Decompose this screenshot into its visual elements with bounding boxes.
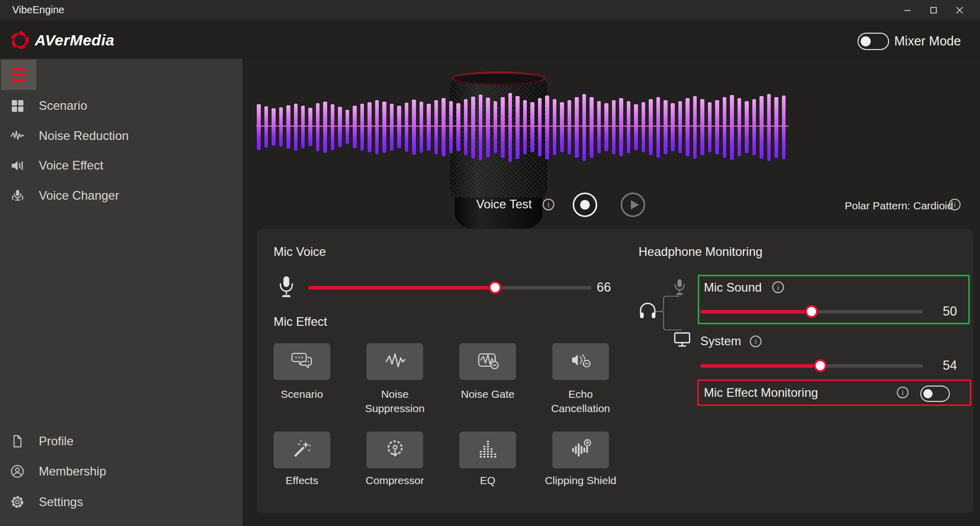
mic-effect-monitoring-toggle[interactable] — [920, 386, 950, 402]
effect-label: Compressor — [359, 473, 431, 488]
grid-icon — [10, 99, 24, 113]
sidebar-item-label: Noise Reduction — [39, 129, 129, 143]
titlebar: VibeEngine — [0, 0, 980, 20]
sidebar-item-label: Membership — [39, 464, 106, 479]
polar-pattern-info-icon[interactable] — [949, 199, 961, 210]
sidebar-item-voice-effect[interactable]: Voice Effect — [0, 151, 242, 180]
app-title: VibeEngine — [12, 4, 64, 16]
sidebar-item-scenario[interactable]: Scenario — [0, 91, 242, 121]
brand-name: AVerMedia — [35, 32, 114, 49]
effect-button-echo-cancellation[interactable] — [552, 343, 609, 380]
sidebar-item-label: Settings — [39, 495, 83, 509]
menu-button[interactable] — [1, 60, 36, 90]
sidebar-item-profile[interactable]: Profile — [0, 426, 242, 456]
effect-button-noise-gate[interactable] — [459, 343, 516, 380]
minimize-button[interactable] — [896, 0, 919, 20]
toggle-knob — [861, 36, 871, 46]
effect-button-eq[interactable] — [459, 432, 516, 468]
mixer-mode-toggle[interactable] — [857, 33, 889, 50]
maximize-icon — [930, 7, 937, 14]
effect-label: Clipping Shield — [545, 473, 617, 488]
mic-effect-title: Mic Effect — [274, 315, 327, 329]
voice-test-label: Voice Test — [476, 197, 532, 211]
sidebar-item-label: Profile — [39, 434, 74, 448]
effect-label: Scenario — [266, 387, 338, 401]
sidebar-item-label: Scenario — [39, 99, 87, 113]
headphone-icon — [639, 302, 657, 322]
headphone-monitoring-title: Headphone Monitoring — [639, 245, 763, 259]
mic-source-icon — [674, 279, 685, 298]
effect-label: EQ — [452, 473, 524, 488]
compressor-gauge-icon — [384, 439, 406, 461]
sidebar-item-label: Voice Effect — [39, 158, 103, 173]
voice-test-info-icon[interactable] — [543, 199, 554, 210]
eq-bars-icon — [477, 439, 499, 461]
system-label: System — [700, 334, 741, 348]
mic-sound-value: 50 — [943, 304, 957, 319]
header: AVerMedia Mixer Mode — [0, 20, 980, 59]
effect-label: Noise Gate — [452, 387, 524, 401]
echo-cancel-icon — [570, 350, 592, 373]
sidebar: Scenario Noise Reduction Voice Effect Vo… — [0, 59, 242, 526]
mic-sound-label: Mic Sound — [704, 280, 762, 295]
mixer-mode-label: Mixer Mode — [894, 34, 961, 49]
toggle-knob — [923, 389, 933, 398]
close-button[interactable] — [948, 0, 971, 20]
system-slider[interactable] — [700, 358, 923, 373]
sidebar-item-membership[interactable]: Membership — [0, 457, 242, 486]
clipping-shield-icon — [570, 439, 592, 461]
effect-button-clipping-shield[interactable] — [552, 432, 609, 468]
play-icon — [631, 200, 639, 209]
monitor-icon — [674, 332, 691, 349]
effect-button-effects[interactable] — [274, 432, 330, 468]
sidebar-item-noise-reduction[interactable]: Noise Reduction — [0, 121, 242, 151]
noise-wave-icon — [384, 351, 406, 372]
avermedia-swirl-icon — [9, 30, 31, 51]
gear-icon — [10, 495, 24, 509]
noise-gate-icon — [477, 350, 499, 373]
mic-voice-value: 66 — [597, 280, 611, 295]
mic-voice-slider[interactable] — [308, 280, 592, 295]
mic-effect-monitoring-info-icon[interactable] — [897, 387, 909, 398]
sidebar-item-label: Voice Changer — [39, 188, 119, 203]
vibeengine-window: VibeEngine AVerMedia — [0, 0, 980, 526]
effect-button-compressor[interactable] — [366, 432, 423, 468]
record-button[interactable] — [573, 193, 597, 217]
effect-label: Noise Suppression — [359, 387, 431, 416]
speaker-icon — [10, 158, 24, 173]
mic-waves-icon — [10, 188, 24, 203]
mic-voice-title: Mic Voice — [274, 245, 326, 259]
document-icon — [10, 434, 24, 448]
magic-wand-icon — [291, 439, 313, 461]
person-circle-icon — [10, 464, 24, 479]
record-icon — [580, 200, 590, 210]
sidebar-item-voice-changer[interactable]: Voice Changer — [0, 181, 242, 210]
effect-button-scenario[interactable] — [274, 343, 330, 380]
microphone-icon — [278, 276, 295, 301]
maximize-button[interactable] — [922, 0, 945, 20]
play-button[interactable] — [621, 193, 645, 217]
mic-sound-info-icon[interactable] — [772, 281, 784, 293]
mic-effect-monitoring-label: Mic Effect Monitoring — [704, 386, 818, 400]
chat-bubbles-icon — [291, 350, 313, 373]
main-area: Voice Test Polar Pattern: Cardioid Mic V… — [242, 59, 980, 526]
minimize-icon — [904, 7, 911, 14]
system-info-icon[interactable] — [750, 336, 762, 347]
effect-label: Echo Cancellation — [545, 387, 617, 416]
noise-wave-icon — [10, 129, 24, 143]
slider-knob[interactable] — [805, 305, 818, 318]
effect-button-noise-suppression[interactable] — [366, 343, 423, 380]
system-value: 54 — [943, 358, 957, 373]
slider-knob[interactable] — [814, 359, 827, 372]
avermedia-logo: AVerMedia — [9, 30, 114, 51]
close-icon — [956, 7, 963, 14]
mic-sound-slider[interactable] — [700, 304, 923, 319]
polar-pattern-label: Polar Pattern: Cardioid — [845, 200, 953, 212]
settings-panel: Mic Voice 66 Mic Effect — [257, 229, 973, 513]
slider-knob[interactable] — [488, 281, 502, 294]
sidebar-item-settings[interactable]: Settings — [0, 487, 242, 517]
effect-label: Effects — [266, 473, 338, 488]
